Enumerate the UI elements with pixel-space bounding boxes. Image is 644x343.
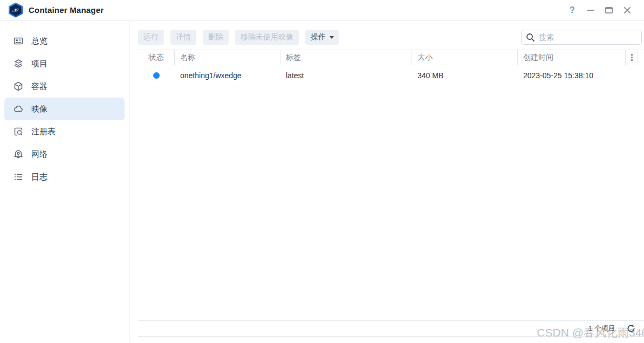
image-size-cell: 340 MB: [412, 71, 518, 80]
action-dropdown-button[interactable]: 操作: [305, 30, 339, 45]
sidebar-item-network[interactable]: 网络: [4, 143, 125, 166]
column-header-created[interactable]: 创建时间: [518, 50, 626, 65]
maximize-button[interactable]: [602, 3, 616, 17]
sidebar-item-label: 总览: [31, 36, 47, 46]
column-header-status[interactable]: 状态: [138, 50, 175, 65]
details-button[interactable]: 详情: [170, 30, 196, 45]
sidebar-item-label: 日志: [31, 172, 47, 182]
toolbar: 运行 详情 删除 移除未使用映像 操作: [138, 30, 644, 45]
maximize-icon: [605, 7, 613, 13]
close-icon: [624, 6, 631, 14]
app-title: Container Manager: [29, 5, 104, 15]
logs-icon: [13, 172, 24, 182]
help-icon: ?: [570, 5, 575, 15]
run-button[interactable]: 运行: [138, 30, 164, 45]
sidebar-item-label: 项目: [31, 59, 47, 69]
footer: 1 个项目: [138, 320, 644, 337]
image-tag-cell: latest: [280, 71, 412, 80]
column-header-name[interactable]: 名称: [175, 50, 280, 65]
image-name-cell: onething1/wxedge: [175, 71, 280, 80]
container-manager-logo-icon: [9, 3, 23, 18]
help-button[interactable]: ?: [565, 3, 579, 17]
sidebar-item-images[interactable]: 映像: [4, 98, 125, 120]
table-header: 状态 名称 标签 大小 创建时间: [138, 50, 644, 65]
column-settings-button[interactable]: [626, 50, 638, 65]
table-row[interactable]: onething1/wxedge latest 340 MB 2023-05-2…: [138, 65, 644, 86]
column-header-tag[interactable]: 标签: [280, 50, 412, 65]
projects-icon: [13, 58, 24, 69]
close-button[interactable]: [620, 3, 634, 17]
sidebar-item-overview[interactable]: 总览: [4, 30, 125, 52]
column-header-size[interactable]: 大小: [412, 50, 518, 65]
kebab-menu-icon: [631, 54, 633, 61]
sidebar-item-logs[interactable]: 日志: [4, 166, 125, 188]
sidebar-item-label: 网络: [31, 149, 47, 160]
item-count-label: 1 个项目: [588, 324, 615, 333]
refresh-icon[interactable]: [626, 324, 636, 333]
network-icon: [13, 149, 24, 160]
containers-icon: [13, 81, 24, 92]
search-input[interactable]: [539, 33, 637, 42]
sidebar-item-label: 容器: [31, 81, 47, 92]
chevron-down-icon: [330, 36, 334, 39]
image-created-cell: 2023-05-25 15:38:10: [518, 71, 626, 80]
minimize-button[interactable]: [584, 3, 598, 17]
search-box: [521, 30, 642, 45]
overview-icon: [13, 36, 24, 46]
search-icon: [526, 33, 535, 42]
sidebar-item-registry[interactable]: 注册表: [4, 120, 125, 143]
sidebar-item-label: 注册表: [31, 127, 56, 137]
images-icon: [13, 104, 24, 114]
registry-icon: [13, 126, 24, 137]
titlebar: Container Manager ?: [0, 0, 644, 20]
sidebar-item-label: 映像: [31, 104, 47, 114]
main-panel: 运行 详情 删除 移除未使用映像 操作 状态 名称 标签 大小 创建时间: [129, 20, 644, 342]
delete-button[interactable]: 删除: [203, 30, 229, 45]
sidebar-item-projects[interactable]: 项目: [4, 52, 125, 75]
prune-unused-images-button[interactable]: 移除未使用映像: [235, 30, 299, 45]
sidebar-item-containers[interactable]: 容器: [4, 75, 125, 98]
minimize-icon: [587, 10, 594, 11]
status-running-dot: [153, 72, 160, 79]
sidebar: 总览 项目 容器: [0, 20, 129, 342]
